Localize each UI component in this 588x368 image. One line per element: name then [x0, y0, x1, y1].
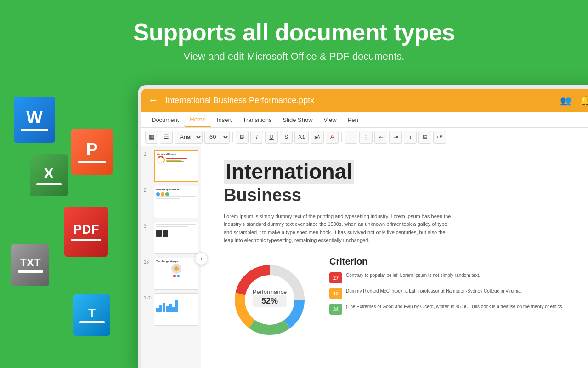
- back-button[interactable]: ←: [148, 94, 158, 106]
- ppt-icon: P: [71, 129, 113, 175]
- prev-slide-button[interactable]: ‹: [195, 252, 208, 265]
- bell-icon[interactable]: 🔔: [580, 95, 588, 106]
- performance-chart: Performance 52%: [224, 256, 316, 339]
- menu-bar: Document Home Insert Transitions Slide S…: [141, 112, 588, 128]
- menu-insert[interactable]: Insert: [211, 114, 237, 126]
- doc2-icon: T: [74, 294, 110, 336]
- font-color-btn[interactable]: A: [326, 131, 339, 144]
- indent-btn[interactable]: ⇥: [389, 131, 402, 144]
- donut-title: Performance: [253, 288, 287, 295]
- file-icons-container: W P X PDF TXT T: [0, 83, 124, 359]
- page-subtitle: View and edit Microsoft Office & PDF doc…: [0, 51, 588, 63]
- outdent-btn[interactable]: ⇤: [374, 131, 387, 144]
- bold-button[interactable]: B: [236, 131, 249, 144]
- criterion-badge-3: 34: [329, 304, 342, 315]
- line-spacing-btn[interactable]: ↕: [404, 131, 417, 144]
- font-size-select[interactable]: 60: [204, 131, 230, 144]
- word-icon: W: [14, 97, 55, 143]
- page-title: Supports all document types: [0, 18, 588, 46]
- font-select[interactable]: Arial: [175, 131, 203, 144]
- criterion-badge-1: 27: [329, 272, 342, 283]
- menu-pen[interactable]: Pen: [342, 114, 364, 126]
- superscript-button[interactable]: X1: [294, 131, 309, 144]
- menu-document[interactable]: Document: [146, 114, 184, 126]
- donut-label: Performance 52%: [253, 288, 287, 307]
- slide-subtitle: Business: [224, 185, 582, 205]
- criterion-item-2: 12 Dummy Richard McClintock, a Latin pro…: [329, 288, 582, 299]
- txt-icon: TXT: [11, 244, 49, 286]
- slide-thumb-2[interactable]: 2 Market Segmentation: [144, 186, 198, 218]
- slide-body-text: Lorem Ipsum is simply dummy text of the …: [224, 213, 453, 245]
- format-block-btn[interactable]: ▦: [145, 131, 158, 144]
- main-slide-view: International Business Lorem Ipsum is si…: [208, 146, 588, 368]
- criterion-text-1: Contrary to popular belief, Lorem Ipsum …: [346, 272, 582, 279]
- tablet-inner: ← International Business Performance.ppt…: [141, 89, 588, 368]
- menu-view[interactable]: View: [318, 114, 342, 126]
- case-btn[interactable]: aB: [433, 131, 446, 144]
- slide-thumb-3[interactable]: 3: [144, 222, 198, 254]
- slide-thumb-120[interactable]: 120: [144, 293, 198, 326]
- slide-panel: 1 International Business: [141, 146, 201, 368]
- xls-icon: X: [30, 154, 68, 196]
- numbered-list-btn[interactable]: ⋮: [359, 131, 373, 144]
- slide-bottom-row: Performance 52% Criterion 27 Contrary to…: [224, 256, 582, 339]
- strikethrough-button[interactable]: S: [280, 131, 293, 144]
- criterion-title: Criterion: [329, 256, 582, 267]
- criterion-section: Criterion 27 Contrary to popular belief,…: [329, 256, 582, 319]
- criterion-badge-2: 12: [329, 288, 342, 299]
- header-section: Supports all document types View and edi…: [0, 0, 588, 72]
- criterion-item-1: 27 Contrary to popular belief, Lorem Ips…: [329, 272, 582, 283]
- app-toolbar: ← International Business Performance.ppt…: [141, 89, 588, 112]
- italic-button[interactable]: I: [250, 131, 263, 144]
- criterion-text-3: (The Extremes of Good and Evil) by Cicer…: [346, 304, 582, 310]
- donut-percentage: 52%: [253, 295, 287, 307]
- format-bar: ▦ ☰ Arial 60 B I U S X1 aA A ≡ ⋮ ⇤ ⇥ ↕ ⊞…: [141, 128, 588, 146]
- columns-btn[interactable]: ⊞: [418, 131, 431, 144]
- content-area: 1 International Business: [141, 146, 588, 368]
- slide-title: International: [224, 160, 582, 184]
- menu-transitions[interactable]: Transitions: [237, 114, 277, 126]
- document-title: International Business Performance.pptx: [165, 96, 560, 105]
- pdf-icon: PDF: [64, 207, 108, 257]
- bullet-list-btn[interactable]: ≡: [345, 131, 357, 144]
- menu-slideshow[interactable]: Slide Show: [277, 114, 318, 126]
- slide-thumb-18[interactable]: 18 The change triangle: [144, 258, 198, 290]
- font-size-decrease-btn[interactable]: aA: [311, 131, 324, 144]
- slide-thumb-1[interactable]: 1 International Business: [144, 150, 198, 182]
- format-list-btn[interactable]: ☰: [160, 131, 173, 144]
- criterion-text-2: Dummy Richard McClintock, a Latin profes…: [346, 288, 582, 294]
- menu-home[interactable]: Home: [184, 113, 211, 126]
- users-icon[interactable]: 👥: [560, 95, 571, 106]
- criterion-item-3: 34 (The Extremes of Good and Evil) by Ci…: [329, 304, 582, 315]
- tablet-frame: ← International Business Performance.ppt…: [138, 85, 588, 368]
- underline-button[interactable]: U: [265, 131, 278, 144]
- toolbar-actions: 👥 🔔: [560, 95, 588, 106]
